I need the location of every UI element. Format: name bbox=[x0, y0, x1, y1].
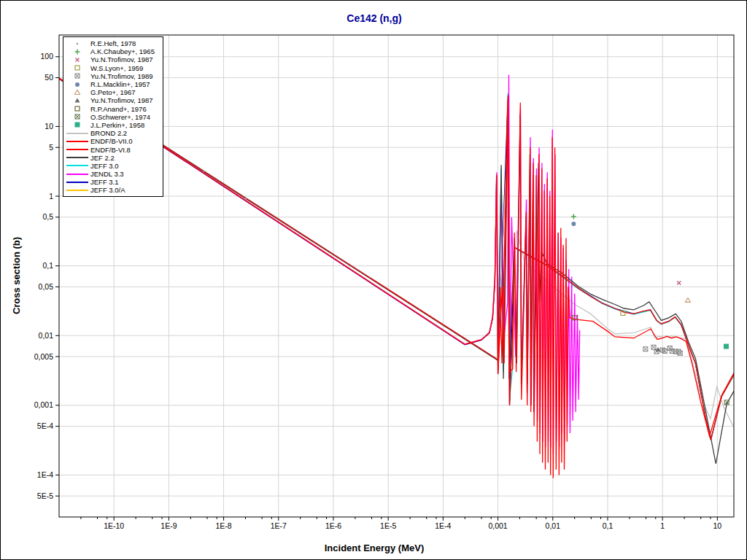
legend-item: JEFF 3.0/A bbox=[63, 186, 163, 194]
legend-item-label: Yu.N.Trofimov, 1987 bbox=[90, 55, 153, 63]
legend-swatch bbox=[63, 146, 90, 153]
y-tick-label: 0,005 bbox=[34, 352, 53, 361]
legend-item-label: O.Schwerer+, 1974 bbox=[90, 113, 150, 121]
legend-item: Yu.N.Trofimov, 1987 bbox=[63, 96, 163, 104]
marker-plus bbox=[74, 49, 80, 54]
legend-swatch bbox=[63, 81, 90, 88]
legend-item-label: JEFF 3.0/A bbox=[90, 186, 125, 194]
legend-swatch bbox=[63, 179, 90, 186]
y-axis-label: Cross section (b) bbox=[11, 237, 22, 314]
data-point-a-k-chaubey-1965 bbox=[571, 214, 576, 219]
legend-swatch bbox=[63, 130, 90, 137]
legend-item: O.Schwerer+, 1974 bbox=[63, 113, 163, 121]
y-tick-label: 5E-5 bbox=[37, 491, 53, 500]
legend-item-label: BROND 2.2 bbox=[90, 129, 127, 137]
x-tick-label: 1E-6 bbox=[325, 521, 341, 530]
legend-item: JEF 2.2 bbox=[63, 154, 163, 162]
y-tick-label: 0,5 bbox=[42, 212, 53, 221]
marker-x bbox=[75, 58, 79, 61]
x-tick-label: 1 bbox=[660, 521, 665, 530]
legend-swatch bbox=[63, 89, 90, 96]
legend-item-label: Yu.N.Trofimov, 1989 bbox=[90, 72, 153, 80]
y-tick-label: 1E-4 bbox=[37, 470, 53, 479]
legend-item-label: A.K.Chaubey+, 1965 bbox=[90, 47, 155, 55]
y-tick-label: 100 bbox=[40, 52, 53, 61]
data-point-yu-n-trofimov-1989 bbox=[643, 347, 648, 351]
legend-swatch bbox=[63, 40, 90, 47]
data-point-r-e-heft-1978 bbox=[245, 198, 247, 199]
legend-item-label: JEFF 3.1 bbox=[90, 178, 119, 186]
legend-item: ENDF/B-VI.8 bbox=[63, 145, 163, 153]
data-point-yu-n-trofimov-1989 bbox=[678, 351, 682, 355]
marker-triangle bbox=[74, 98, 80, 102]
legend-swatch bbox=[63, 97, 90, 104]
marker-square-crossed bbox=[75, 74, 80, 78]
data-point-r-e-heft-1978 bbox=[203, 170, 204, 171]
legend-item: Yu.N.Trofimov, 1987 bbox=[63, 55, 163, 63]
y-tick-label: 50 bbox=[44, 73, 53, 82]
data-point-yu-n-trofimov-1989 bbox=[651, 345, 656, 349]
legend-swatch bbox=[63, 187, 90, 194]
data-point-j-l-perkin-1958 bbox=[724, 344, 729, 349]
legend-item-label: JENDL 3.3 bbox=[90, 170, 124, 178]
legend-swatch bbox=[63, 64, 90, 71]
x-tick-label: 1E-4 bbox=[435, 521, 451, 530]
legend-item: JENDL 3.3 bbox=[63, 170, 163, 178]
cross-section-plot-window: Ce142 (n,g) 1E-101E-91E-81E-71E-61E-51E-… bbox=[0, 0, 747, 560]
marker-triangle-open bbox=[74, 90, 80, 94]
marker-circle bbox=[75, 82, 80, 87]
y-tick-label: 5E-4 bbox=[37, 421, 53, 430]
y-tick-label: 5 bbox=[49, 143, 53, 152]
legend-item-label: R.P.Anand+, 1976 bbox=[90, 105, 147, 113]
y-tick-label: 1 bbox=[49, 192, 53, 201]
legend-swatch bbox=[63, 48, 90, 55]
legend-item: A.K.Chaubey+, 1965 bbox=[63, 47, 163, 55]
data-point-r-l-macklin-1957 bbox=[571, 222, 576, 226]
legend-swatch bbox=[63, 56, 90, 63]
x-tick-label: 0,1 bbox=[603, 521, 614, 530]
x-tick-label: 1E-7 bbox=[271, 521, 287, 530]
marker-square-open bbox=[75, 66, 80, 70]
scatter-layer bbox=[203, 170, 729, 405]
legend-item: R.E.Heft, 1978 bbox=[63, 39, 163, 47]
y-tick-label: 10 bbox=[44, 122, 53, 131]
legend-swatch bbox=[63, 113, 90, 120]
legend-item-label: ENDF/B-VII.0 bbox=[90, 137, 133, 145]
data-point-g-peto-1967 bbox=[685, 298, 690, 302]
legend-item-label: G.Peto+, 1967 bbox=[90, 88, 136, 96]
legend-item: JEFF 3.1 bbox=[63, 178, 163, 186]
y-tick-label: 0,1 bbox=[42, 261, 53, 270]
legend-swatch bbox=[63, 171, 90, 178]
legend-item: BROND 2.2 bbox=[63, 129, 163, 137]
x-tick-label: 1E-8 bbox=[215, 521, 231, 530]
x-tick-label: 1E-10 bbox=[104, 521, 124, 530]
legend-item-label: J.L.Perkin+, 1958 bbox=[90, 121, 144, 129]
legend-item: G.Peto+, 1967 bbox=[63, 88, 163, 96]
legend-item: R.P.Anand+, 1976 bbox=[63, 105, 163, 113]
legend-swatch bbox=[63, 138, 90, 145]
legend: R.E.Heft, 1978A.K.Chaubey+, 1965Yu.N.Tro… bbox=[63, 36, 163, 197]
legend-item-label: W.S.Lyon+, 1959 bbox=[90, 64, 143, 72]
legend-item: J.L.Perkin+, 1958 bbox=[63, 121, 163, 129]
marker-dot bbox=[76, 42, 77, 44]
marker-square-filled bbox=[74, 122, 80, 128]
legend-swatch bbox=[63, 105, 90, 112]
legend-item-label: Yu.N.Trofimov, 1987 bbox=[90, 96, 153, 104]
legend-swatch bbox=[63, 121, 90, 128]
legend-item-label: JEF 2.2 bbox=[90, 154, 115, 162]
legend-item: ENDF/B-VII.0 bbox=[63, 137, 163, 145]
marker-square-open bbox=[75, 106, 80, 111]
y-tick-label: 0,001 bbox=[34, 400, 53, 409]
data-point-yu-n-trofimov-1987 bbox=[677, 281, 681, 284]
x-tick-label: 10 bbox=[713, 521, 722, 530]
x-tick-label: 1E-9 bbox=[160, 521, 177, 530]
legend-swatch bbox=[63, 154, 90, 161]
legend-item: W.S.Lyon+, 1959 bbox=[63, 64, 163, 72]
x-tick-label: 0,001 bbox=[488, 521, 507, 530]
legend-swatch bbox=[63, 72, 90, 79]
x-tick-label: 1E-5 bbox=[380, 521, 396, 530]
legend-item-label: ENDF/B-VI.8 bbox=[90, 146, 131, 154]
legend-swatch bbox=[63, 162, 90, 169]
legend-item: R.L.Macklin+, 1957 bbox=[63, 80, 163, 88]
legend-item: Yu.N.Trofimov, 1989 bbox=[63, 72, 163, 80]
